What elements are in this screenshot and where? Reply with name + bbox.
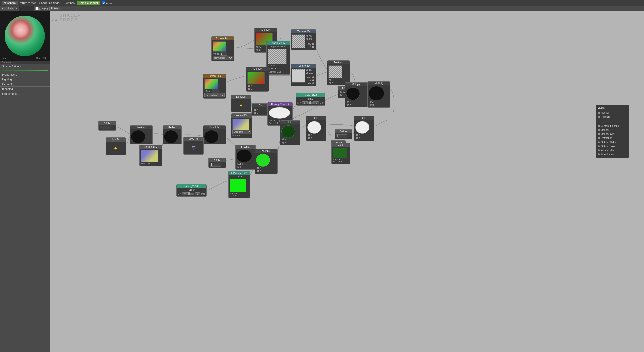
slider1-max[interactable] (195, 192, 200, 195)
port-refraction[interactable] (598, 137, 600, 139)
sidebar-properties[interactable]: Properties... (0, 72, 50, 77)
node-multiply3[interactable]: Multiply A B (327, 60, 350, 85)
rotate-button[interactable]: Rotate (49, 7, 60, 10)
slider1-track[interactable] (189, 193, 194, 195)
sidebar-blending[interactable]: Blending... (0, 87, 50, 91)
node3162-slider[interactable] (308, 102, 313, 104)
port-b2[interactable] (248, 88, 250, 90)
port-outline-width[interactable] (598, 141, 600, 143)
port-bout[interactable] (370, 104, 372, 106)
port-custom-lighting[interactable] (598, 125, 600, 127)
port-rgb-out[interactable] (312, 43, 314, 45)
node-slider1[interactable]: node_2694 Slider Min Max (176, 184, 207, 197)
port-a2-out[interactable] (312, 79, 314, 81)
port-vertex-offset[interactable] (598, 149, 600, 151)
node-fresnel1[interactable]: Fresnel Norm Exp (235, 145, 256, 170)
node-multiply4[interactable]: Multiply A B (345, 82, 367, 107)
port-add2-a[interactable] (308, 134, 310, 136)
port-mip[interactable] (306, 38, 308, 40)
port-add3-a[interactable] (356, 134, 358, 136)
node-add2[interactable]: Add A B (306, 116, 326, 141)
node-color1-swatch[interactable] (230, 179, 246, 192)
skybox-checkbox[interactable] (35, 7, 39, 10)
node-value3-input[interactable] (336, 134, 347, 138)
screenpos1-value-input[interactable] (220, 52, 227, 56)
port-normal[interactable] (598, 112, 600, 114)
port-tile2-out[interactable] (312, 82, 314, 84)
sidebar-geometry[interactable]: Geometry... (0, 82, 50, 87)
normaldir1-dropdown[interactable]: Standard Perturbed (232, 130, 251, 134)
port-rgb2-out[interactable] (312, 76, 314, 78)
app-title-tab[interactable]: sf_sphere (2, 1, 18, 5)
port-b[interactable] (256, 49, 258, 51)
menu-shader-settings[interactable]: Shader Settings... (39, 1, 61, 4)
node-multiply-out[interactable]: Multiply A B (367, 81, 390, 108)
screenpos2-value-input[interactable] (212, 89, 219, 93)
node-multiply7[interactable]: Multiply A B (255, 149, 278, 174)
port-step-b[interactable] (340, 94, 342, 96)
node-add1[interactable]: Add A B (280, 120, 300, 145)
node-reflect1[interactable]: Reflect (163, 125, 182, 144)
canvas[interactable]: SHADERFORGE v1.40 (50, 11, 644, 352)
port-add2-b[interactable] (308, 137, 310, 139)
node3162-max[interactable] (313, 101, 319, 104)
node-screenpos2[interactable]: Screen Pos. Value Normalized Raw (203, 74, 226, 99)
port-opacity-clip[interactable] (598, 133, 600, 135)
port-a[interactable] (256, 46, 258, 48)
port-outline-color[interactable] (598, 145, 600, 147)
node-lightdir1[interactable]: Light Dir. ✦ (231, 95, 251, 112)
sphere-dropdown[interactable]: sf_sphere (1, 7, 14, 10)
port-a7[interactable] (257, 167, 259, 169)
node-normaldir1[interactable]: Normal Dir. Standard Perturbed Perturbed (231, 113, 252, 138)
node-value2-input[interactable] (210, 163, 221, 167)
sidebar-shader-settings[interactable]: Shader Settings... (0, 64, 50, 69)
port-tessellation[interactable] (598, 153, 600, 155)
sidebar-experimental[interactable]: Experimental... (0, 91, 50, 96)
compile-button[interactable]: Compile shader (77, 1, 100, 5)
port-a2[interactable] (248, 85, 250, 87)
port-emission[interactable] (598, 116, 600, 118)
port-b3[interactable] (329, 82, 331, 84)
node-screenpos1[interactable]: Screen Pos. Value Normalized Raw (211, 36, 234, 61)
menu-return[interactable]: return to men (20, 1, 36, 4)
port-b4[interactable] (347, 104, 349, 106)
port-b7[interactable] (257, 170, 259, 172)
menu-settings[interactable]: Settings (64, 1, 75, 4)
auto-checkbox[interactable] (102, 1, 105, 4)
port-uv2[interactable] (306, 69, 308, 71)
port-add1-b[interactable] (282, 142, 284, 144)
screenpos2-dropdown[interactable]: Normalized Raw (204, 93, 225, 97)
sidebar-lighting[interactable]: Lighting... (0, 77, 50, 82)
port-opacity[interactable] (598, 129, 600, 131)
port-dot-a[interactable] (254, 109, 256, 111)
port-a3[interactable] (329, 79, 331, 81)
node-texture2[interactable]: Texture 2D UV MIP RGB A Tile (291, 64, 316, 86)
node-value1[interactable]: Value (98, 121, 116, 131)
console-bar[interactable]: Console... (0, 61, 50, 64)
node-multiply2[interactable]: Multiply A B (246, 67, 269, 92)
node-value3[interactable]: Value (335, 129, 352, 139)
port-uv[interactable] (306, 35, 308, 37)
node-3162[interactable]: node_3162 Solar Min Max (296, 93, 325, 106)
node-texture1[interactable]: Texture 2D UV MIP RGB A (291, 29, 316, 50)
node3162-min[interactable] (302, 101, 308, 104)
node-viewdir1[interactable]: View Dir. ▽ (183, 137, 204, 155)
node-value2[interactable]: Value (208, 158, 226, 168)
port-add1-a[interactable] (282, 138, 284, 140)
port-aout[interactable] (370, 101, 372, 103)
port-add3-b[interactable] (356, 137, 358, 139)
node-dot1[interactable]: Dot A B (252, 103, 269, 116)
node-add3[interactable]: Add A B (354, 116, 374, 141)
port-a4[interactable] (347, 101, 349, 103)
node-lightdir2[interactable]: Light Dir. ✦ (106, 137, 126, 155)
search-input[interactable] (19, 6, 34, 11)
port-mip2[interactable] (306, 72, 308, 74)
node-color2-swatch[interactable] (333, 148, 347, 158)
screenpos1-dropdown[interactable]: Normalized Raw (213, 56, 233, 60)
node-color1[interactable]: node_2694 (?) Color ■ ■ ■ ■ 0.1 0 1 (228, 171, 250, 198)
node-normaldir2[interactable]: Normal Dir. Perturbed (139, 145, 162, 166)
port-step-a[interactable] (340, 91, 342, 93)
node-multiply6[interactable]: Multiply (203, 125, 226, 144)
node-2815[interactable]: node_2815 Triplanar blend Default White … (266, 41, 290, 75)
node-multiply5[interactable]: Multiply (130, 125, 153, 144)
